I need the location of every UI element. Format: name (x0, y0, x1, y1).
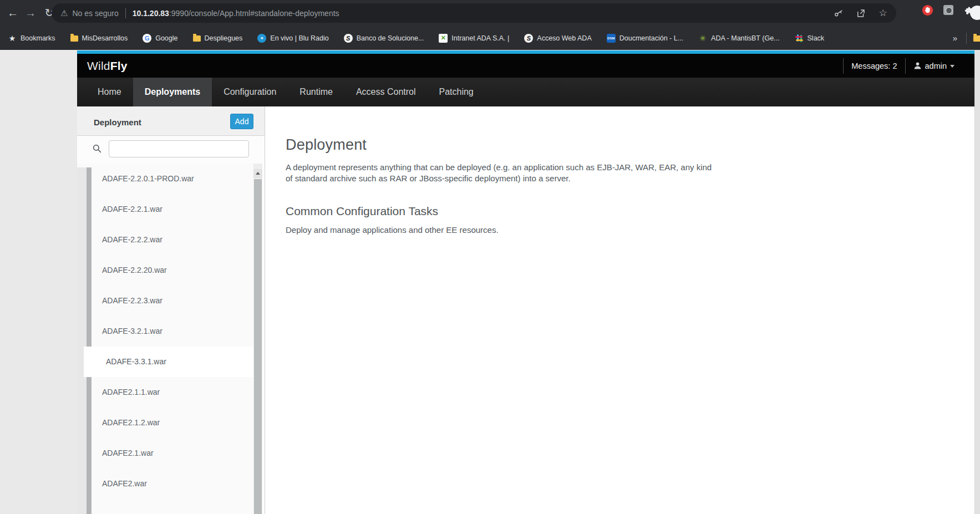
url-path: :9990/console/App.html#standalone-deploy… (169, 9, 339, 18)
section-title: Common Configuration Tasks (286, 205, 974, 218)
address-bar[interactable]: ⚠ No es seguro 10.1.20.83:9990/console/A… (52, 3, 896, 23)
bookmark-acceso-web-ada[interactable]: Acceso Web ADA (524, 34, 591, 43)
globe-icon (344, 34, 353, 43)
deployment-item[interactable]: ADAFE2.war (77, 469, 253, 499)
bookmark-misdesarrollos[interactable]: MisDesarrollos (70, 34, 128, 42)
page-title: Deployment (286, 136, 974, 154)
wildfly-logo: WildFly (87, 59, 128, 73)
list-scrollbar[interactable] (253, 164, 262, 514)
adblock-icon[interactable] (921, 4, 933, 16)
profile-avatar[interactable] (970, 6, 980, 20)
share-icon[interactable] (855, 8, 866, 19)
url-text[interactable]: 10.1.20.83:9990/console/App.html#standal… (133, 9, 339, 18)
deployment-column: Deployment Add ADAFE-2.2.0.1-PROD.warADA… (77, 106, 265, 514)
bookmark-blu-radio[interactable]: En vivo | Blu Radio (257, 34, 328, 43)
main-navigation: HomeDeploymentsConfigurationRuntimeAcces… (77, 78, 974, 106)
tab-runtime[interactable]: Runtime (288, 78, 344, 106)
warning-icon[interactable]: ⚠ (60, 8, 68, 18)
forward-icon[interactable]: → (22, 4, 39, 21)
add-button[interactable]: Add (230, 114, 253, 129)
bookmarks-separator (966, 33, 967, 44)
scroll-up-icon[interactable] (253, 169, 262, 178)
bookmark-banco-de-soluciones[interactable]: Banco de Solucione... (344, 34, 424, 43)
page-description: A deployment represents anything that ca… (286, 162, 715, 184)
search-row (77, 136, 265, 164)
messages-badge[interactable]: Messages: 2 (851, 62, 897, 70)
back-icon[interactable]: ← (4, 4, 21, 21)
console-body: Deployment Add ADAFE-2.2.0.1-PROD.warADA… (77, 106, 974, 514)
mantis-icon (698, 34, 707, 43)
globe-icon (524, 34, 533, 43)
deployment-item-selected[interactable]: ADAFE-3.3.1.war (84, 347, 253, 377)
bookmark-mantisbt[interactable]: ADA - MantisBT (Ge... (698, 34, 779, 43)
star-icon (8, 34, 17, 43)
deployment-item[interactable]: ADAFE-2.2.0.1-PROD.war (77, 164, 253, 194)
search-icon (92, 144, 102, 154)
deployment-item[interactable]: ADAFE2.1.1.war (77, 377, 253, 408)
deployment-item[interactable]: ADAFE2.1.2.war (77, 408, 253, 438)
tab-access-control[interactable]: Access Control (344, 78, 428, 106)
column-header: Deployment Add (77, 106, 265, 136)
other-bookmarks-folder-icon[interactable] (973, 35, 980, 42)
bookmark-bookmarks[interactable]: Bookmarks (8, 34, 55, 43)
google-icon (143, 34, 151, 43)
browser-scrollbar[interactable] (974, 50, 980, 514)
tab-deployments[interactable]: Deployments (133, 78, 212, 106)
content-panel: Deployment A deployment represents anyth… (265, 106, 974, 514)
address-divider (125, 8, 126, 18)
intranet-icon (439, 34, 448, 43)
deployment-item[interactable]: ADAFE-2.2.1.war (77, 194, 253, 225)
bookmarks-bar: Bookmarks MisDesarrollos Google Desplieg… (0, 26, 980, 50)
browser-toolbar: ← → ↻ ⚠ No es seguro 10.1.20.83:9990/con… (0, 0, 980, 26)
console-header: WildFly Messages: 2 admin (77, 54, 974, 78)
extension-clock-icon[interactable] (942, 4, 954, 16)
wildfly-console: WildFly Messages: 2 admin HomeDeployment… (77, 50, 974, 514)
url-host: 10.1.20.83 (133, 9, 169, 18)
bookmark-google[interactable]: Google (143, 34, 177, 43)
folder-icon (193, 35, 201, 42)
dsm-icon (607, 34, 616, 43)
tab-home[interactable]: Home (86, 78, 133, 106)
deployment-item[interactable]: ADAFE-3.2.1.war (77, 316, 253, 347)
security-label[interactable]: No es seguro (72, 9, 118, 18)
bookmark-despliegues[interactable]: Despliegues (193, 34, 243, 42)
list-scrollbar-thumb[interactable] (254, 179, 262, 514)
page-background: WildFly Messages: 2 admin HomeDeployment… (0, 50, 980, 514)
bookmark-documentacion[interactable]: Doucmentación - L... (607, 34, 683, 43)
deployment-item[interactable]: ADAFE-2.2.3.war (77, 286, 253, 316)
column-title: Deployment (94, 118, 141, 127)
section-description: Deploy and manage applications and other… (286, 225, 974, 235)
slack-icon (795, 34, 804, 43)
bookmark-star-icon[interactable]: ☆ (877, 8, 888, 19)
user-name: admin (925, 62, 947, 70)
tab-configuration[interactable]: Configuration (212, 78, 288, 106)
deployment-list: ADAFE-2.2.0.1-PROD.warADAFE-2.2.1.warADA… (77, 164, 253, 514)
chevron-down-icon (950, 65, 954, 68)
search-input[interactable] (109, 140, 249, 157)
password-key-icon[interactable] (833, 8, 844, 19)
header-separator (843, 58, 844, 74)
bookmark-slack[interactable]: Slack (795, 34, 825, 43)
tab-patching[interactable]: Patching (428, 78, 485, 106)
browser-chrome: ← → ↻ ⚠ No es seguro 10.1.20.83:9990/con… (0, 0, 980, 50)
user-icon (913, 62, 922, 70)
deployment-item[interactable]: ADAFE2.1.war (77, 438, 253, 469)
header-separator (905, 58, 906, 74)
bluradio-icon (257, 34, 266, 43)
bookmark-intranet-ada[interactable]: Intranet ADA S.A. | (439, 34, 509, 43)
bookmarks-overflow-icon[interactable]: » (951, 33, 959, 43)
user-menu[interactable]: admin (913, 62, 955, 70)
folder-icon (70, 35, 78, 42)
deployment-item[interactable]: ADAFE-2.2.2.war (77, 225, 253, 255)
deployment-item[interactable]: ADAFE-2.2.20.war (77, 255, 253, 286)
